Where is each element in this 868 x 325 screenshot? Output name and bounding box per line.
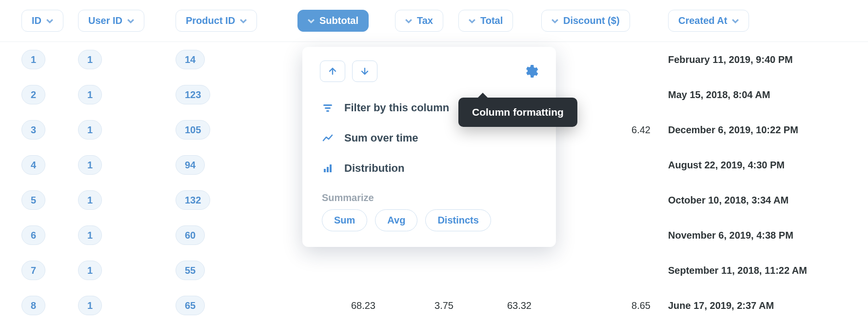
summarize-sum-button[interactable]: Sum: [322, 209, 367, 231]
cell-user-id[interactable]: 1: [78, 155, 102, 175]
cell-created-at: December 6, 2019, 10:22 PM: [668, 124, 798, 136]
cell-user-id[interactable]: 1: [78, 85, 102, 104]
cell-created-at: November 6, 2019, 4:38 PM: [668, 230, 793, 241]
chevron-down-icon: [732, 18, 739, 24]
chevron-down-icon: [405, 18, 412, 24]
summarize-section-label: Summarize: [302, 183, 556, 209]
menu-item-filter[interactable]: Filter by this column: [302, 93, 556, 123]
column-header-label: User ID: [88, 15, 122, 26]
cell-product-id[interactable]: 60: [176, 225, 205, 245]
cell-user-id[interactable]: 1: [78, 120, 102, 140]
cell-product-id[interactable]: 132: [176, 190, 210, 210]
column-menu-dropdown: Filter by this column Sum over time Dist…: [302, 47, 556, 247]
summarize-distincts-button[interactable]: Distincts: [425, 209, 491, 231]
cell-id[interactable]: 2: [21, 85, 45, 104]
trend-line-icon: [322, 132, 334, 144]
bar-chart-icon: [322, 162, 334, 174]
column-header-discount[interactable]: Discount ($): [541, 10, 630, 32]
cell-user-id[interactable]: 1: [78, 50, 102, 69]
svg-rect-5: [330, 164, 332, 172]
cell-created-at: June 17, 2019, 2:37 AM: [668, 300, 774, 311]
cell-product-id[interactable]: 94: [176, 155, 205, 175]
table-row: 7 1 55 September 11, 2018, 11:22 AM: [0, 253, 868, 288]
chevron-down-icon: [308, 18, 315, 24]
cell-id[interactable]: 5: [21, 190, 45, 210]
column-header-row: ID User ID Product ID Subtotal: [0, 0, 868, 42]
summarize-avg-button[interactable]: Avg: [375, 209, 417, 231]
column-header-label: Product ID: [186, 15, 235, 26]
column-header-label: Created At: [678, 15, 727, 26]
arrow-up-icon: [328, 66, 337, 76]
cell-user-id[interactable]: 1: [78, 225, 102, 245]
column-settings-button[interactable]: [524, 64, 538, 79]
cell-user-id[interactable]: 1: [78, 296, 102, 315]
cell-id[interactable]: 1: [21, 50, 45, 69]
cell-total: 63.32: [507, 300, 532, 311]
gear-icon: [524, 64, 538, 79]
column-header-label: Subtotal: [319, 15, 358, 26]
cell-id[interactable]: 7: [21, 261, 45, 280]
cell-user-id[interactable]: 1: [78, 261, 102, 280]
cell-id[interactable]: 4: [21, 155, 45, 175]
arrow-down-icon: [360, 66, 370, 76]
cell-product-id[interactable]: 14: [176, 50, 205, 69]
svg-rect-3: [324, 169, 326, 172]
cell-created-at: February 11, 2019, 9:40 PM: [668, 54, 793, 65]
column-header-product-id[interactable]: Product ID: [176, 10, 257, 32]
column-header-subtotal[interactable]: Subtotal: [297, 10, 369, 32]
column-header-total[interactable]: Total: [458, 10, 513, 32]
column-header-id[interactable]: ID: [21, 10, 63, 32]
svg-rect-1: [325, 107, 331, 109]
cell-tax: 3.75: [434, 300, 454, 311]
cell-id[interactable]: 3: [21, 120, 45, 140]
column-header-user-id[interactable]: User ID: [78, 10, 144, 32]
cell-user-id[interactable]: 1: [78, 190, 102, 210]
table-row: 8 1 65 68.23 3.75 63.32 8.65 June 17, 20…: [0, 288, 868, 323]
chevron-down-icon: [552, 18, 558, 24]
cell-created-at: May 15, 2018, 8:04 AM: [668, 89, 770, 101]
cell-product-id[interactable]: 105: [176, 120, 210, 140]
cell-discount: 8.65: [631, 300, 651, 311]
cell-id[interactable]: 8: [21, 296, 45, 315]
menu-item-distribution[interactable]: Distribution: [302, 153, 556, 183]
column-header-label: ID: [32, 15, 41, 26]
menu-item-label: Distribution: [344, 162, 404, 175]
chevron-down-icon: [240, 18, 247, 24]
column-header-created-at[interactable]: Created At: [668, 10, 749, 32]
cell-id[interactable]: 6: [21, 225, 45, 245]
menu-item-label: Sum over time: [344, 132, 418, 144]
sort-ascending-button[interactable]: [320, 61, 345, 82]
cell-discount: 6.42: [631, 124, 651, 136]
column-header-label: Total: [480, 15, 503, 26]
svg-rect-4: [327, 167, 329, 172]
column-header-tax[interactable]: Tax: [395, 10, 443, 32]
filter-icon: [322, 102, 334, 114]
cell-product-id[interactable]: 65: [176, 296, 205, 315]
cell-subtotal: 68.23: [351, 300, 375, 311]
cell-product-id[interactable]: 55: [176, 261, 205, 280]
menu-item-sum-over-time[interactable]: Sum over time: [302, 123, 556, 153]
menu-item-label: Filter by this column: [344, 102, 449, 114]
chevron-down-icon: [127, 18, 134, 24]
chevron-down-icon: [46, 18, 53, 24]
cell-product-id[interactable]: 123: [176, 85, 210, 104]
chevron-down-icon: [469, 18, 475, 24]
cell-created-at: October 10, 2018, 3:34 AM: [668, 195, 789, 206]
column-header-label: Discount ($): [563, 15, 620, 26]
cell-created-at: September 11, 2018, 11:22 AM: [668, 265, 807, 276]
svg-rect-0: [323, 104, 332, 106]
column-header-label: Tax: [417, 15, 433, 26]
svg-rect-2: [326, 110, 329, 112]
cell-created-at: August 22, 2019, 4:30 PM: [668, 160, 785, 171]
sort-descending-button[interactable]: [352, 61, 377, 82]
